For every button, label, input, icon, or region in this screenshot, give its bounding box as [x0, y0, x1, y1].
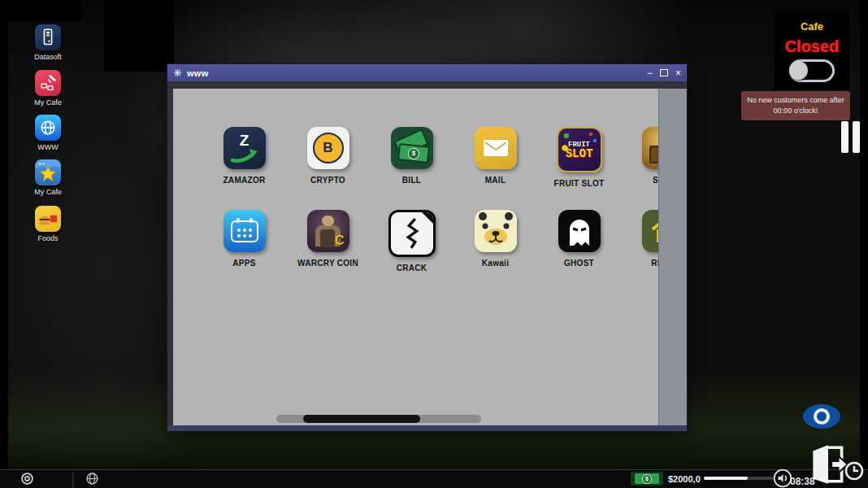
- desktop-icon-mycafe-tools[interactable]: My Cafe: [25, 70, 71, 107]
- desktop-icon-label: My Cafe: [25, 188, 71, 196]
- pc-tower-icon: [35, 24, 61, 50]
- desktop-icon-label: My Cafe: [25, 98, 71, 107]
- cracked-page-icon: [388, 210, 436, 257]
- tooltip-line2: 00:00 o'clock!: [744, 106, 848, 116]
- game-screen: Datasoft My Cafe WWW My Cafe Foods www −: [0, 0, 868, 488]
- app-fruit-slot[interactable]: FRUIT SLOT FRUIT SLOT: [537, 127, 621, 188]
- app-mail[interactable]: MAIL: [454, 127, 537, 188]
- app-bill[interactable]: $ BILL: [370, 127, 454, 188]
- volume-slider[interactable]: [704, 477, 774, 480]
- bear-face-icon: [475, 210, 517, 252]
- desktop-icon-mycafe-star[interactable]: My Cafe: [25, 159, 71, 196]
- window-content-panel: Z ZAMAZOR B CRYPTO: [173, 89, 687, 425]
- app-kawaii[interactable]: Kawaii: [454, 210, 537, 272]
- desktop-icon-www[interactable]: WWW: [25, 115, 71, 151]
- pause-button[interactable]: [841, 121, 860, 153]
- fruit-slot-icon: FRUIT SLOT: [557, 127, 602, 172]
- volume-fill: [704, 477, 748, 480]
- divider: [72, 472, 74, 488]
- bg-block: [860, 0, 868, 488]
- app-label: WARCRY COIN: [297, 259, 358, 268]
- desktop-icon-foods[interactable]: Foods: [25, 206, 71, 242]
- app-label: BILL: [402, 176, 421, 185]
- clock-icon: [844, 460, 865, 485]
- app-label: Kawaii: [482, 259, 509, 268]
- dollar-bill-icon: $: [634, 473, 660, 485]
- bg-block: [0, 0, 81, 21]
- close-button[interactable]: ×: [675, 69, 681, 77]
- desktop-icon-label: Foods: [25, 234, 71, 242]
- app-ghost[interactable]: GHOST: [537, 210, 621, 272]
- scrollbar-thumb[interactable]: [303, 415, 420, 423]
- window-title: www: [187, 68, 209, 78]
- desktop-icon-datasoft[interactable]: Datasoft: [25, 24, 71, 61]
- target-icon[interactable]: [20, 472, 34, 486]
- desktop-icon-label: WWW: [25, 143, 71, 151]
- zamazor-icon: Z: [224, 127, 266, 169]
- toggle-knob[interactable]: [789, 61, 808, 80]
- bg-block: [0, 0, 8, 488]
- money-amount: $2000,0: [668, 474, 701, 484]
- eye-icon: [814, 408, 830, 425]
- desktop-icon-label: Datasoft: [25, 53, 71, 61]
- globe-icon: [35, 115, 61, 141]
- money-badge: $: [631, 472, 663, 486]
- cafe-panel-title: Cafe: [801, 20, 823, 33]
- app-apps[interactable]: APPS: [202, 210, 286, 272]
- window-body: Z ZAMAZOR B CRYPTO: [167, 81, 687, 431]
- app-crypto[interactable]: B CRYPTO: [286, 127, 370, 188]
- tooltip-line1: No new customers come after: [744, 95, 848, 106]
- maximize-button[interactable]: [660, 69, 668, 76]
- coin-c-letter: C: [335, 233, 345, 248]
- app-label: CRYPTO: [310, 176, 345, 185]
- app-crack[interactable]: CRACK: [370, 210, 454, 272]
- bitcoin-icon: B: [307, 127, 349, 169]
- horizontal-scrollbar[interactable]: [276, 415, 481, 423]
- www-window: www − × Z ZAMAZOR: [167, 64, 687, 431]
- app-label: CRACK: [397, 264, 427, 272]
- dollar-symbol: $: [642, 474, 652, 484]
- window-right-edge: [658, 89, 687, 425]
- app-label: ZAMAZOR: [223, 176, 265, 185]
- customer-tooltip: No new customers come after 00:00 o'cloc…: [741, 91, 850, 120]
- money-bills-icon: $: [391, 127, 433, 169]
- cafe-status-panel: Cafe Closed: [775, 11, 849, 89]
- ghost-icon: [558, 210, 601, 252]
- network-globe-icon[interactable]: [85, 472, 99, 486]
- app-grid: Z ZAMAZOR B CRYPTO: [202, 127, 687, 272]
- window-titlebar-icon: [173, 68, 182, 77]
- coin-letter: B: [313, 133, 344, 163]
- app-label: APPS: [232, 259, 255, 268]
- eye-view-button[interactable]: [803, 404, 840, 429]
- app-label: FRUIT SLOT: [554, 179, 605, 188]
- burger-fries-icon: [35, 206, 61, 232]
- window-titlebar[interactable]: www − ×: [167, 64, 687, 81]
- app-label: GHOST: [564, 259, 594, 268]
- screwdriver-icon: [35, 70, 61, 96]
- envelope-icon: [475, 127, 517, 169]
- orc-character-icon: C: [307, 210, 349, 252]
- star-window-icon: [35, 159, 61, 185]
- exit-door-button[interactable]: [808, 442, 848, 488]
- app-zamazor[interactable]: Z ZAMAZOR: [202, 127, 286, 188]
- bg-block: [104, 0, 174, 72]
- window-bottom-edge: [167, 425, 687, 431]
- calendar-grid-icon: [224, 210, 266, 252]
- exit-door-icon: [808, 442, 848, 487]
- app-label: MAIL: [485, 176, 506, 185]
- cafe-status-text: Closed: [785, 37, 840, 56]
- fruit-slot-icon-text-bottom: SLOT: [566, 149, 593, 159]
- zamazor-letter: Z: [240, 133, 250, 148]
- minimize-button[interactable]: −: [647, 69, 653, 77]
- cafe-open-toggle[interactable]: [789, 59, 835, 82]
- app-warcry-coin[interactable]: C WARCRY COIN: [286, 210, 370, 272]
- green-arrow-icon: [230, 148, 259, 164]
